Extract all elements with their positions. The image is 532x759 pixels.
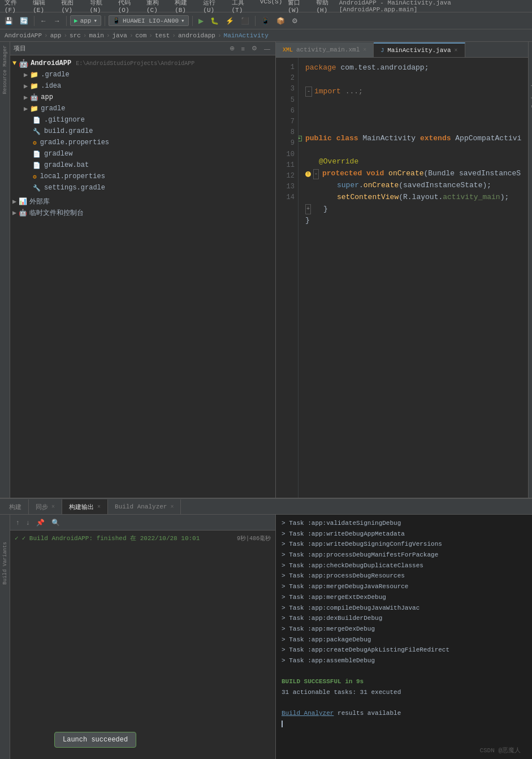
menu-file[interactable]: 文件(F) — [5, 0, 27, 14]
build-log-panel[interactable]: > Task :app:validateSigningDebug > Task … — [276, 515, 532, 759]
breadcrumb-main[interactable]: main — [89, 32, 103, 39]
log-line-5: > Task :app:checkDebugDuplicateClasses — [282, 560, 526, 571]
tree-local-props[interactable]: ⚙ local.properties — [10, 171, 275, 182]
editor-tabs: XML activity_main.xml × J MainActivity.j… — [276, 42, 528, 58]
tree-app-module[interactable]: ▶ 🤖 app — [10, 92, 275, 103]
bottom-tab-build[interactable]: 构建 — [2, 499, 29, 514]
menu-code[interactable]: 代码(O) — [118, 0, 141, 14]
menu-navigate[interactable]: 导航(N) — [90, 0, 113, 14]
menu-help[interactable]: 帮助(H) — [316, 0, 339, 14]
breadcrumb-androidapp[interactable]: AndroidAPP — [5, 32, 42, 39]
build-pin[interactable]: 📌 — [34, 518, 47, 528]
project-minimize-btn[interactable]: — — [262, 45, 272, 53]
toolbar-sep5 — [255, 16, 256, 26]
project-layout-btn[interactable]: ≡ — [240, 45, 246, 53]
content-area: 项目 ⊕ ≡ ⚙ — ▼ 🤖 AndroidAPP E:\AndroidStud… — [10, 42, 532, 498]
title-bar: 文件(F) 编辑(E) 视图(V) 导航(N) 代码(O) 重构(C) 构建(B… — [0, 0, 532, 12]
log-line-10: > Task :app:dexBuilderDebug — [282, 613, 526, 624]
window-title: AndroidAPP - MainActivity.java [AndroidA… — [339, 0, 527, 13]
log-line-14: > Task :app:assembleDebug — [282, 656, 526, 666]
line-numbers: 1 2 3 5 6 7 8 9 10 11 12 13 14 — [276, 58, 299, 498]
code-line-13: + } — [305, 204, 521, 215]
right-sidebar-strip: Bookmarks — [528, 42, 532, 498]
tree-root[interactable]: ▼ 🤖 AndroidAPP E:\AndroidStudioProjects\… — [10, 58, 275, 69]
settings-button[interactable]: ⚙ — [289, 16, 300, 26]
toolbar-save[interactable]: 💾 — [2, 16, 15, 26]
toast-message: Launch succeeded — [63, 736, 128, 744]
tree-gradle-props[interactable]: ⚙ gradle.properties — [10, 137, 275, 148]
tree-settings-gradle[interactable]: 🔧 settings.gradle — [10, 182, 275, 193]
build-output-tab-close[interactable]: × — [97, 504, 101, 510]
profile-button[interactable]: ⚡ — [223, 16, 236, 26]
project-toolbar: 项目 ⊕ ≡ ⚙ — — [10, 42, 275, 55]
close-tab-java[interactable]: × — [454, 48, 457, 54]
sdk-button[interactable]: 📦 — [274, 16, 287, 26]
sync-tab-close[interactable]: × — [51, 504, 55, 510]
menu-refactor[interactable]: 重构(C) — [146, 0, 169, 14]
analyzer-tab-close[interactable]: × — [170, 504, 174, 510]
app-dropdown[interactable]: ▶ app ▾ — [70, 15, 101, 26]
toolbar-forward[interactable]: → — [51, 16, 63, 26]
tree-gradle-folder[interactable]: ▶ 📁 .gradle — [10, 69, 275, 80]
bottom-tab-analyzer[interactable]: Build Analyzer × — [108, 499, 181, 514]
breadcrumb-androidapp2[interactable]: androidapp — [178, 32, 215, 39]
log-line-4: > Task :app:processDebugManifestForPacka… — [282, 550, 526, 560]
menu-vcs[interactable]: VCS(S) — [260, 0, 283, 14]
build-scroll-down[interactable]: ↓ — [24, 518, 32, 528]
code-content[interactable]: package com.test.androidapp; -import ...… — [299, 58, 528, 498]
bottom-tab-build-output[interactable]: 构建输出 × — [62, 499, 108, 514]
project-settings-btn[interactable]: ⚙ — [250, 44, 259, 53]
debug-button[interactable]: 🐛 — [208, 16, 221, 26]
tree-idea-folder[interactable]: ▶ 📁 .idea — [10, 80, 275, 92]
build-success-msg: ✓ ✓ Build AndroidAPP: finished 在 2022/10… — [10, 533, 275, 544]
build-search[interactable]: 🔍 — [49, 518, 62, 528]
code-line-7: ▶ public class MainActivity extends AppC… — [305, 133, 521, 145]
resource-manager-tab[interactable]: Resource Manager — [1, 43, 9, 96]
check-icon: ✓ — [15, 534, 19, 542]
bottom-tab-sync[interactable]: 同步 × — [29, 499, 62, 514]
menu-window[interactable]: 窗口(W) — [288, 0, 310, 14]
breadcrumb-java[interactable]: java — [112, 32, 127, 39]
avd-button[interactable]: 📱 — [259, 16, 272, 26]
tab-mainactivity-java[interactable]: J MainActivity.java × — [374, 42, 465, 57]
log-line-11: > Task :app:mergeDexDebug — [282, 624, 526, 635]
menu-tools[interactable]: 工具(T) — [232, 0, 254, 14]
tree-external-libs[interactable]: ▶ 📊 外部库 — [10, 196, 275, 207]
build-scroll-up[interactable]: ↑ — [14, 518, 21, 528]
breadcrumb-test[interactable]: test — [155, 32, 170, 39]
menu-edit[interactable]: 编辑(E) — [33, 0, 55, 14]
build-analyzer-link[interactable]: Build Analyzer — [282, 710, 334, 717]
menu-bar[interactable]: 文件(F) 编辑(E) 视图(V) 导航(N) 代码(O) 重构(C) 构建(B… — [5, 0, 339, 14]
breadcrumb-app[interactable]: app — [50, 32, 62, 39]
tree-gradle-dir[interactable]: ▶ 📁 gradle — [10, 103, 275, 114]
close-tab-xml[interactable]: × — [363, 47, 366, 53]
project-add-btn[interactable]: ⊕ — [228, 44, 236, 53]
log-line-17 — [282, 698, 526, 709]
bottom-panel: 构建 同步 × 构建输出 × Build Analyzer × Build Va… — [0, 498, 532, 759]
tree-build-gradle[interactable]: 🔧 build.gradle — [10, 126, 275, 137]
breadcrumb-mainactivity[interactable]: MainActivity — [224, 32, 269, 39]
device-dropdown[interactable]: 📱 HUAWEI LIO-AN00 ▾ — [109, 15, 189, 26]
toolbar-sep2 — [66, 16, 67, 26]
menu-build[interactable]: 构建(B) — [175, 0, 197, 14]
breadcrumb-src[interactable]: src — [70, 32, 81, 39]
tree-gradlew[interactable]: 📄 gradlew — [10, 148, 275, 159]
file-tree: ▼ 🤖 AndroidAPP E:\AndroidStudioProjects\… — [10, 55, 275, 498]
main-area: Resource Manager 项目 ⊕ ≡ ⚙ — ▼ 🤖 AndroidA… — [0, 42, 532, 498]
tree-scratch[interactable]: ▶ 🤖 临时文件和控制台 — [10, 207, 275, 218]
stop-button[interactable]: ⬛ — [239, 16, 252, 26]
menu-view[interactable]: 视图(V) — [61, 0, 84, 14]
tree-gitignore[interactable]: 📄 .gitignore — [10, 114, 275, 126]
breadcrumb-com[interactable]: com — [136, 32, 147, 39]
log-line-8: > Task :app:mergeExtDexDebug — [282, 592, 526, 603]
toolbar-sep1 — [34, 16, 34, 26]
toolbar-sync[interactable]: 🔄 — [18, 16, 31, 26]
toolbar-back[interactable]: ← — [38, 16, 49, 26]
tree-gradlew-bat[interactable]: 📄 gradlew.bat — [10, 159, 275, 171]
menu-run[interactable]: 运行(U) — [203, 0, 226, 14]
bookmarks-tab[interactable]: Bookmarks — [530, 78, 532, 110]
tab-activity-xml[interactable]: XML activity_main.xml × — [276, 42, 374, 57]
run-button[interactable]: ▶ — [196, 16, 206, 26]
log-cursor-line — [282, 719, 526, 730]
build-variants-tab[interactable]: Build Variants — [1, 540, 9, 587]
